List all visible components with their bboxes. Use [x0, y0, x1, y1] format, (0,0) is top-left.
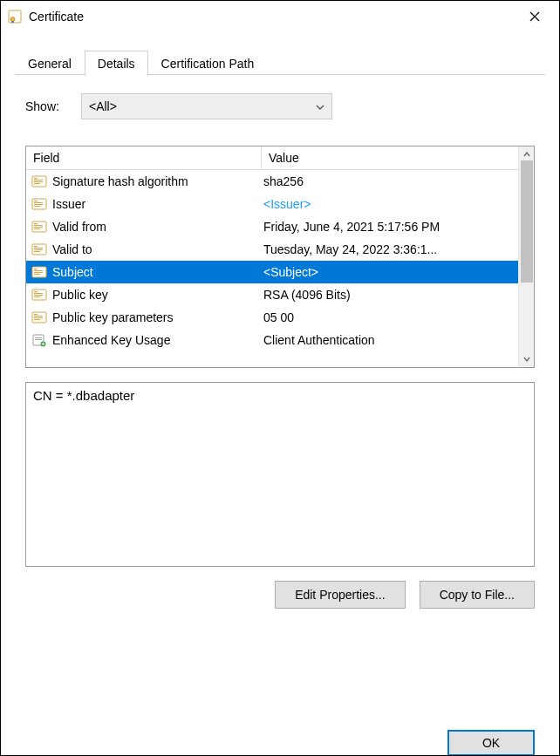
svg-rect-20	[34, 249, 43, 250]
row-value: <Issuer>	[262, 197, 518, 211]
extension-field-icon	[31, 333, 47, 347]
row-value: Friday, June 4, 2021 5:17:56 PM	[262, 220, 518, 234]
svg-rect-34	[34, 316, 43, 317]
svg-rect-23	[34, 269, 38, 269]
field-icon	[31, 197, 47, 211]
row-field: Public key	[52, 288, 108, 302]
row-field: Public key parameters	[52, 310, 174, 324]
show-label: Show:	[25, 99, 81, 113]
table-row[interactable]: Valid fromFriday, June 4, 2021 5:17:56 P…	[26, 215, 518, 238]
svg-rect-35	[34, 317, 43, 318]
edit-properties-button[interactable]: Edit Properties...	[275, 581, 406, 609]
window-title: Certificate	[29, 10, 517, 24]
row-field: Issuer	[52, 197, 85, 211]
column-value[interactable]: Value	[262, 146, 518, 169]
svg-point-1	[10, 17, 15, 22]
svg-rect-11	[34, 206, 40, 207]
table-row[interactable]: Public key parameters05 00	[26, 306, 518, 329]
svg-rect-28	[34, 291, 38, 292]
svg-rect-31	[34, 296, 40, 297]
ok-button[interactable]: OK	[447, 730, 535, 756]
scroll-down-icon[interactable]	[523, 355, 530, 364]
table-row[interactable]: Issuer<Issuer>	[26, 193, 518, 215]
svg-rect-13	[34, 223, 38, 224]
svg-rect-39	[35, 339, 42, 340]
copy-to-file-button[interactable]: Copy to File...	[420, 581, 535, 609]
svg-rect-25	[34, 272, 43, 273]
table-row[interactable]: Valid toTuesday, May 24, 2022 3:36:1...	[26, 238, 518, 261]
field-icon	[31, 174, 47, 188]
svg-rect-5	[34, 181, 43, 182]
field-icon	[31, 310, 47, 324]
table-row[interactable]: Public keyRSA (4096 Bits)	[26, 283, 518, 306]
svg-rect-18	[34, 246, 38, 247]
show-dropdown[interactable]: <All>	[81, 93, 332, 119]
svg-rect-14	[34, 225, 43, 226]
svg-rect-9	[34, 202, 43, 203]
column-field[interactable]: Field	[26, 146, 262, 169]
row-field: Subject	[52, 265, 93, 279]
svg-rect-10	[34, 204, 43, 205]
svg-rect-15	[34, 227, 43, 228]
field-icon	[31, 220, 47, 234]
svg-rect-8	[34, 201, 38, 201]
field-icon	[31, 242, 47, 256]
svg-rect-21	[34, 251, 40, 252]
show-value: <All>	[89, 99, 117, 113]
tab-certification-path[interactable]: Certification Path	[148, 51, 268, 76]
svg-rect-4	[34, 180, 43, 180]
svg-rect-24	[34, 270, 43, 271]
row-value: sha256	[262, 174, 518, 188]
close-icon	[529, 11, 540, 22]
scrollbar[interactable]	[518, 146, 534, 367]
row-field: Valid to	[52, 242, 92, 256]
svg-rect-16	[34, 228, 40, 229]
row-value: RSA (4096 Bits)	[262, 288, 518, 302]
svg-rect-33	[34, 314, 38, 315]
row-field: Enhanced Key Usage	[52, 333, 170, 347]
field-icon	[31, 288, 47, 302]
svg-rect-0	[9, 10, 21, 23]
scrollbar-thumb[interactable]	[521, 160, 533, 283]
row-value: <Subject>	[262, 265, 518, 279]
scroll-up-icon[interactable]	[523, 150, 530, 159]
table-row[interactable]: Subject<Subject>	[26, 261, 518, 283]
svg-rect-30	[34, 295, 43, 296]
certificate-icon	[8, 10, 22, 24]
close-button[interactable]	[517, 1, 552, 32]
tab-details[interactable]: Details	[85, 51, 148, 76]
row-field: Signature hash algorithm	[52, 174, 188, 188]
tab-general[interactable]: General	[15, 51, 85, 76]
svg-rect-3	[34, 178, 38, 179]
chevron-down-icon	[316, 101, 324, 112]
svg-rect-36	[34, 319, 40, 320]
svg-rect-6	[34, 183, 40, 184]
svg-rect-19	[34, 248, 43, 249]
row-value: 05 00	[262, 310, 518, 324]
svg-rect-26	[34, 274, 40, 275]
svg-rect-38	[35, 337, 42, 338]
field-icon	[31, 265, 47, 279]
tab-row: General Details Certification Path	[1, 50, 559, 75]
table-row[interactable]: Signature hash algorithmsha256	[26, 170, 518, 193]
detail-textbox[interactable]: CN = *.dbadapter	[25, 382, 535, 567]
fields-list: Field Value Signature hash algorithmsha2…	[25, 146, 535, 368]
row-value: Tuesday, May 24, 2022 3:36:1...	[262, 242, 518, 256]
table-row[interactable]: Enhanced Key UsageClient Authentication	[26, 329, 518, 351]
row-field: Valid from	[52, 220, 106, 234]
svg-rect-29	[34, 293, 43, 294]
row-value: Client Authentication	[262, 333, 518, 347]
